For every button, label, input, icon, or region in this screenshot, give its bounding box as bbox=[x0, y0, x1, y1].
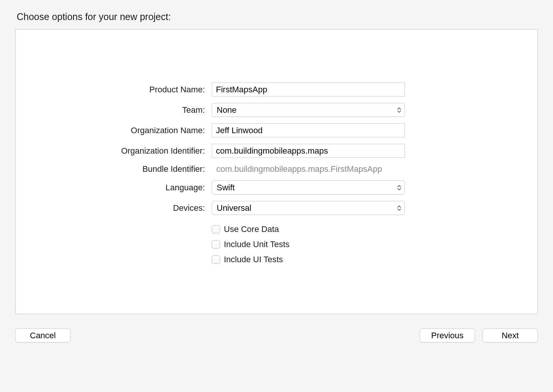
devices-select[interactable]: Universal bbox=[212, 201, 405, 215]
bundle-identifier-value: com.buildingmobileapps.maps.FirstMapsApp bbox=[212, 164, 405, 174]
devices-select-button[interactable]: Universal bbox=[212, 201, 405, 215]
org-identifier-label: Organization Identifier: bbox=[16, 146, 205, 156]
org-name-input[interactable] bbox=[212, 123, 405, 137]
next-button[interactable]: Next bbox=[483, 328, 538, 342]
options-form: Product Name: Team: None Organization Na… bbox=[16, 82, 537, 265]
checkbox-group: Use Core Data Include Unit Tests Include… bbox=[212, 224, 405, 265]
language-label: Language: bbox=[16, 183, 205, 193]
footer: Cancel Previous Next bbox=[15, 328, 538, 342]
use-core-data-label: Use Core Data bbox=[224, 224, 279, 234]
cancel-button[interactable]: Cancel bbox=[15, 328, 70, 342]
devices-select-value: Universal bbox=[217, 203, 252, 213]
include-unit-tests-row: Include Unit Tests bbox=[212, 239, 405, 250]
language-select-value: Swift bbox=[217, 183, 235, 193]
team-select-value: None bbox=[217, 105, 237, 115]
use-core-data-row: Use Core Data bbox=[212, 224, 405, 235]
product-name-label: Product Name: bbox=[16, 85, 205, 95]
team-select[interactable]: None bbox=[212, 103, 405, 117]
org-name-label: Organization Name: bbox=[16, 126, 205, 135]
devices-label: Devices: bbox=[16, 203, 205, 213]
org-identifier-input[interactable] bbox=[212, 144, 405, 158]
bundle-identifier-label: Bundle Identifier: bbox=[16, 164, 205, 174]
team-label: Team: bbox=[16, 105, 205, 115]
use-core-data-checkbox[interactable] bbox=[212, 225, 220, 233]
include-ui-tests-row: Include UI Tests bbox=[212, 254, 405, 265]
footer-right: Previous Next bbox=[420, 328, 538, 342]
include-ui-tests-checkbox[interactable] bbox=[212, 255, 220, 264]
options-panel: Product Name: Team: None Organization Na… bbox=[15, 29, 538, 314]
page-title: Choose options for your new project: bbox=[17, 11, 538, 22]
include-ui-tests-label: Include UI Tests bbox=[224, 255, 283, 264]
language-select-button[interactable]: Swift bbox=[212, 180, 405, 194]
language-select[interactable]: Swift bbox=[212, 180, 405, 194]
include-unit-tests-checkbox[interactable] bbox=[212, 240, 220, 249]
team-select-button[interactable]: None bbox=[212, 103, 405, 117]
include-unit-tests-label: Include Unit Tests bbox=[224, 240, 289, 249]
previous-button[interactable]: Previous bbox=[420, 328, 475, 342]
product-name-input[interactable] bbox=[212, 82, 405, 96]
